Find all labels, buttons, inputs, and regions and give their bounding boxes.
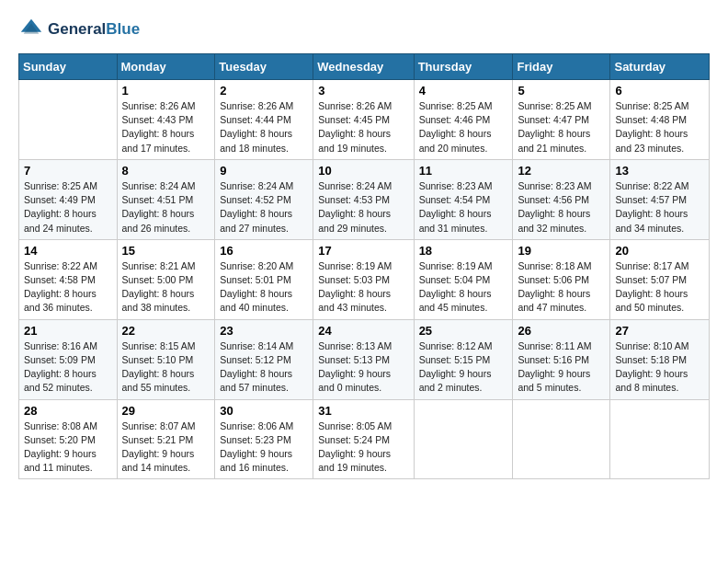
day-number: 10 xyxy=(318,164,408,178)
calendar-cell: 15Sunrise: 8:21 AM Sunset: 5:00 PM Dayli… xyxy=(117,239,215,319)
day-number: 18 xyxy=(419,244,508,258)
day-info: Sunrise: 8:16 AM Sunset: 5:09 PM Dayligh… xyxy=(24,339,112,396)
day-number: 19 xyxy=(518,244,605,258)
calendar-cell: 14Sunrise: 8:22 AM Sunset: 4:58 PM Dayli… xyxy=(19,239,118,319)
header: GeneralBlue xyxy=(18,17,710,42)
day-number: 31 xyxy=(318,404,408,418)
calendar-cell: 3Sunrise: 8:26 AM Sunset: 4:45 PM Daylig… xyxy=(313,80,414,160)
calendar-cell: 11Sunrise: 8:23 AM Sunset: 4:54 PM Dayli… xyxy=(414,159,513,239)
day-info: Sunrise: 8:25 AM Sunset: 4:49 PM Dayligh… xyxy=(24,179,112,236)
day-number: 24 xyxy=(318,324,408,338)
day-number: 17 xyxy=(318,244,408,258)
day-number: 15 xyxy=(122,244,210,258)
week-row-3: 14Sunrise: 8:22 AM Sunset: 4:58 PM Dayli… xyxy=(19,239,710,319)
day-info: Sunrise: 8:08 AM Sunset: 5:20 PM Dayligh… xyxy=(24,419,112,476)
day-number: 2 xyxy=(220,84,308,98)
calendar-cell xyxy=(19,80,118,160)
day-info: Sunrise: 8:15 AM Sunset: 5:10 PM Dayligh… xyxy=(122,339,210,396)
weekday-friday: Friday xyxy=(513,54,610,80)
day-number: 25 xyxy=(419,324,508,338)
day-number: 7 xyxy=(24,164,112,178)
weekday-wednesday: Wednesday xyxy=(313,54,414,80)
week-row-1: 1Sunrise: 8:26 AM Sunset: 4:43 PM Daylig… xyxy=(19,80,710,160)
day-info: Sunrise: 8:22 AM Sunset: 4:58 PM Dayligh… xyxy=(24,259,112,316)
day-number: 5 xyxy=(518,84,605,98)
day-info: Sunrise: 8:18 AM Sunset: 5:06 PM Dayligh… xyxy=(518,259,605,316)
calendar-cell: 24Sunrise: 8:13 AM Sunset: 5:13 PM Dayli… xyxy=(313,319,414,399)
week-row-2: 7Sunrise: 8:25 AM Sunset: 4:49 PM Daylig… xyxy=(19,159,710,239)
logo-text: GeneralBlue xyxy=(48,20,140,39)
day-number: 8 xyxy=(122,164,210,178)
day-info: Sunrise: 8:07 AM Sunset: 5:21 PM Dayligh… xyxy=(122,419,210,476)
day-info: Sunrise: 8:24 AM Sunset: 4:52 PM Dayligh… xyxy=(220,179,308,236)
calendar-cell: 20Sunrise: 8:17 AM Sunset: 5:07 PM Dayli… xyxy=(610,239,710,319)
weekday-header-row: SundayMondayTuesdayWednesdayThursdayFrid… xyxy=(19,54,710,80)
day-number: 13 xyxy=(615,164,704,178)
day-number: 21 xyxy=(24,324,112,338)
calendar-cell xyxy=(414,399,513,479)
day-number: 22 xyxy=(122,324,210,338)
week-row-4: 21Sunrise: 8:16 AM Sunset: 5:09 PM Dayli… xyxy=(19,319,710,399)
day-info: Sunrise: 8:14 AM Sunset: 5:12 PM Dayligh… xyxy=(220,339,308,396)
weekday-monday: Monday xyxy=(117,54,215,80)
logo-icon xyxy=(18,17,44,42)
day-number: 16 xyxy=(220,244,308,258)
calendar-cell: 6Sunrise: 8:25 AM Sunset: 4:48 PM Daylig… xyxy=(610,80,710,160)
day-info: Sunrise: 8:23 AM Sunset: 4:54 PM Dayligh… xyxy=(419,179,508,236)
weekday-thursday: Thursday xyxy=(414,54,513,80)
day-info: Sunrise: 8:24 AM Sunset: 4:51 PM Dayligh… xyxy=(122,179,210,236)
day-number: 4 xyxy=(419,84,508,98)
calendar-cell: 9Sunrise: 8:24 AM Sunset: 4:52 PM Daylig… xyxy=(215,159,313,239)
day-number: 9 xyxy=(220,164,308,178)
calendar-cell: 2Sunrise: 8:26 AM Sunset: 4:44 PM Daylig… xyxy=(215,80,313,160)
day-number: 26 xyxy=(518,324,605,338)
calendar-cell: 1Sunrise: 8:26 AM Sunset: 4:43 PM Daylig… xyxy=(117,80,215,160)
day-number: 12 xyxy=(518,164,605,178)
calendar-cell: 13Sunrise: 8:22 AM Sunset: 4:57 PM Dayli… xyxy=(610,159,710,239)
calendar-cell: 26Sunrise: 8:11 AM Sunset: 5:16 PM Dayli… xyxy=(513,319,610,399)
day-number: 6 xyxy=(615,84,704,98)
day-info: Sunrise: 8:25 AM Sunset: 4:48 PM Dayligh… xyxy=(615,99,704,155)
calendar-cell: 4Sunrise: 8:25 AM Sunset: 4:46 PM Daylig… xyxy=(414,80,513,160)
day-info: Sunrise: 8:26 AM Sunset: 4:45 PM Dayligh… xyxy=(318,99,408,155)
day-info: Sunrise: 8:17 AM Sunset: 5:07 PM Dayligh… xyxy=(615,259,704,316)
day-number: 3 xyxy=(318,84,408,98)
day-number: 28 xyxy=(24,404,112,418)
day-number: 30 xyxy=(220,404,308,418)
calendar-cell: 19Sunrise: 8:18 AM Sunset: 5:06 PM Dayli… xyxy=(513,239,610,319)
calendar-cell: 29Sunrise: 8:07 AM Sunset: 5:21 PM Dayli… xyxy=(117,399,215,479)
calendar-cell: 30Sunrise: 8:06 AM Sunset: 5:23 PM Dayli… xyxy=(215,399,313,479)
day-info: Sunrise: 8:23 AM Sunset: 4:56 PM Dayligh… xyxy=(518,179,605,236)
day-number: 1 xyxy=(122,84,210,98)
day-number: 23 xyxy=(220,324,308,338)
calendar-cell: 23Sunrise: 8:14 AM Sunset: 5:12 PM Dayli… xyxy=(215,319,313,399)
day-info: Sunrise: 8:11 AM Sunset: 5:16 PM Dayligh… xyxy=(518,339,605,396)
calendar-table: SundayMondayTuesdayWednesdayThursdayFrid… xyxy=(18,53,710,479)
day-info: Sunrise: 8:21 AM Sunset: 5:00 PM Dayligh… xyxy=(122,259,210,316)
day-info: Sunrise: 8:10 AM Sunset: 5:18 PM Dayligh… xyxy=(615,339,704,396)
weekday-tuesday: Tuesday xyxy=(215,54,313,80)
week-row-5: 28Sunrise: 8:08 AM Sunset: 5:20 PM Dayli… xyxy=(19,399,710,479)
day-info: Sunrise: 8:25 AM Sunset: 4:46 PM Dayligh… xyxy=(419,99,508,155)
day-info: Sunrise: 8:12 AM Sunset: 5:15 PM Dayligh… xyxy=(419,339,508,396)
day-number: 20 xyxy=(615,244,704,258)
calendar-cell: 10Sunrise: 8:24 AM Sunset: 4:53 PM Dayli… xyxy=(313,159,414,239)
calendar-cell: 21Sunrise: 8:16 AM Sunset: 5:09 PM Dayli… xyxy=(19,319,118,399)
day-info: Sunrise: 8:26 AM Sunset: 4:43 PM Dayligh… xyxy=(122,99,210,155)
day-info: Sunrise: 8:25 AM Sunset: 4:47 PM Dayligh… xyxy=(518,99,605,155)
calendar-cell: 31Sunrise: 8:05 AM Sunset: 5:24 PM Dayli… xyxy=(313,399,414,479)
calendar-cell: 25Sunrise: 8:12 AM Sunset: 5:15 PM Dayli… xyxy=(414,319,513,399)
calendar-cell xyxy=(610,399,710,479)
day-info: Sunrise: 8:13 AM Sunset: 5:13 PM Dayligh… xyxy=(318,339,408,396)
day-info: Sunrise: 8:19 AM Sunset: 5:04 PM Dayligh… xyxy=(419,259,508,316)
weekday-sunday: Sunday xyxy=(19,54,118,80)
day-number: 29 xyxy=(122,404,210,418)
page-container: GeneralBlue SundayMondayTuesdayWednesday… xyxy=(0,0,728,488)
calendar-cell: 16Sunrise: 8:20 AM Sunset: 5:01 PM Dayli… xyxy=(215,239,313,319)
day-info: Sunrise: 8:05 AM Sunset: 5:24 PM Dayligh… xyxy=(318,419,408,476)
logo: GeneralBlue xyxy=(18,17,140,42)
calendar-cell: 28Sunrise: 8:08 AM Sunset: 5:20 PM Dayli… xyxy=(19,399,118,479)
calendar-cell: 18Sunrise: 8:19 AM Sunset: 5:04 PM Dayli… xyxy=(414,239,513,319)
day-info: Sunrise: 8:24 AM Sunset: 4:53 PM Dayligh… xyxy=(318,179,408,236)
day-info: Sunrise: 8:20 AM Sunset: 5:01 PM Dayligh… xyxy=(220,259,308,316)
